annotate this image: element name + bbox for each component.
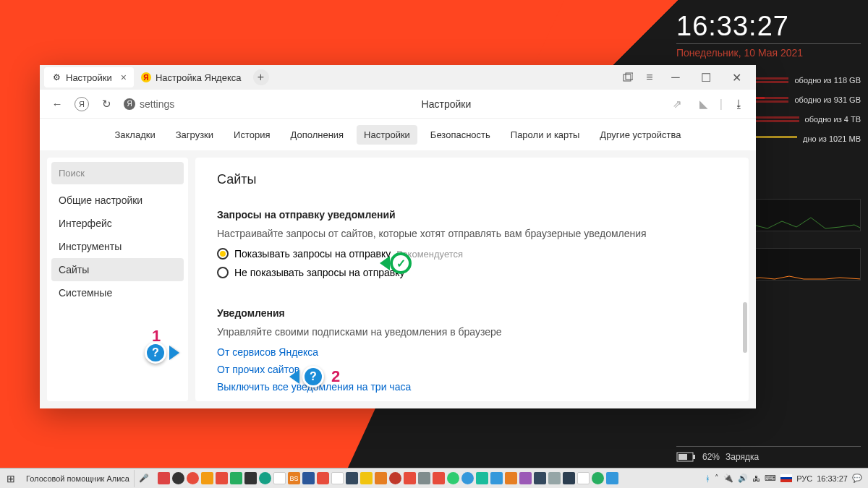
app-icon[interactable] <box>433 472 445 484</box>
bluetooth-icon[interactable]: ᚼ <box>705 474 710 483</box>
tray-time[interactable]: 16:33:27 <box>817 474 848 483</box>
radio-hide-requests[interactable]: Не показывать запросы на отправку <box>217 267 727 278</box>
app-icon[interactable] <box>404 472 416 484</box>
disk-label: ободно из 4 ТВ <box>805 115 861 124</box>
lang-label[interactable]: РУС <box>796 474 812 483</box>
yandex-home-icon[interactable]: Я <box>75 97 89 111</box>
app-icon[interactable] <box>505 472 517 484</box>
annotation-check: ✓ <box>380 252 412 274</box>
app-icon[interactable] <box>201 472 213 484</box>
app-icon[interactable] <box>490 472 503 484</box>
app-icon[interactable] <box>476 472 488 484</box>
app-icon[interactable] <box>158 472 170 484</box>
nav-downloads[interactable]: Загрузки <box>169 125 221 145</box>
action-center-icon[interactable]: 💬 <box>852 474 862 483</box>
disk-label: ободно из 931 GB <box>794 95 861 104</box>
back-button[interactable]: ← <box>47 94 67 114</box>
maximize-button[interactable]: ☐ <box>695 67 717 87</box>
app-icon[interactable]: BS <box>288 472 300 484</box>
app-icon[interactable] <box>592 472 604 484</box>
app-icon[interactable] <box>230 472 242 484</box>
app-icon[interactable] <box>172 472 184 484</box>
app-icon[interactable] <box>244 472 257 484</box>
taskbar[interactable]: ⊞ Голосовой помощник Алиса 🎤 BS <box>0 468 868 488</box>
link-disable-3h[interactable]: Выключить все уведомления на три часа <box>217 381 727 393</box>
address-input[interactable]: Я settings <box>124 98 225 110</box>
app-icon[interactable] <box>346 472 358 484</box>
tray-up-icon[interactable]: ˄ <box>715 474 719 483</box>
app-icon[interactable] <box>259 472 271 484</box>
menu-icon[interactable]: ≡ <box>639 67 660 87</box>
sidebar-search[interactable]: Поиск <box>51 162 184 184</box>
nav-settings[interactable]: Настройки <box>357 125 417 145</box>
tabs-overview-icon[interactable] <box>617 67 639 87</box>
link-other-sites[interactable]: От прочих сайтов <box>217 364 727 375</box>
radio-icon <box>217 267 229 278</box>
bookmark-icon[interactable]: ◣ <box>694 94 714 114</box>
yandex-icon: Я <box>141 72 151 82</box>
nav-security[interactable]: Безопасность <box>423 125 498 145</box>
app-icon[interactable] <box>360 472 373 484</box>
sidebar-item-sites[interactable]: Сайты <box>51 258 184 281</box>
settings-main: Сайты Запросы на отправку уведомлений На… <box>195 158 749 401</box>
scrollbar-thumb[interactable] <box>743 302 747 353</box>
app-icon[interactable] <box>389 472 401 484</box>
sidebar-item-general[interactable]: Общие настройки <box>51 189 184 212</box>
system-tray[interactable]: ᚼ ˄ 🔌 🔊 🖧 ⌨ РУС 16:33:27 💬 <box>699 474 868 483</box>
svg-rect-3 <box>624 74 631 81</box>
app-icon[interactable] <box>302 472 315 484</box>
link-yandex-services[interactable]: От сервисов Яндекса <box>217 346 727 358</box>
app-icon[interactable] <box>375 472 387 484</box>
battery-widget: 62% Зарядка <box>676 446 861 463</box>
close-icon[interactable]: × <box>121 72 127 83</box>
sidebar-item-system[interactable]: Системные <box>51 281 184 304</box>
nav-devices[interactable]: Другие устройства <box>592 125 688 145</box>
flag-icon[interactable] <box>780 474 792 482</box>
keyboard-icon[interactable]: ⌨ <box>765 474 776 483</box>
sidebar-item-interface[interactable]: Интерфейс <box>51 212 184 235</box>
network-icon[interactable]: 🖧 <box>752 474 760 483</box>
minimize-button[interactable]: ─ <box>665 67 686 87</box>
settings-sidebar: Поиск Общие настройки Интерфейс Инструме… <box>47 158 188 401</box>
radio-show-requests[interactable]: Показывать запросы на отправку Рекоменду… <box>217 248 727 260</box>
page-heading: Сайты <box>217 172 727 187</box>
power-icon[interactable]: 🔌 <box>723 474 733 483</box>
start-button[interactable]: ⊞ <box>0 468 22 489</box>
section-title-notifications: Уведомления <box>217 307 727 319</box>
tab-yandex-setup[interactable]: Я Настройка Яндекса <box>134 67 249 87</box>
nav-addons[interactable]: Дополнения <box>283 125 351 145</box>
nav-passwords[interactable]: Пароли и карты <box>503 125 587 145</box>
disk-label: ободно из 118 GB <box>794 76 861 85</box>
app-icon[interactable] <box>563 472 575 484</box>
app-icon[interactable] <box>548 472 561 484</box>
app-icon[interactable] <box>519 472 532 484</box>
app-icon[interactable] <box>606 472 618 484</box>
nav-history[interactable]: История <box>226 125 277 145</box>
mic-icon[interactable]: 🎤 <box>135 474 153 483</box>
address-bar: ← Я ↻ Я settings Настройки ⇗ ◣ | ⭳ <box>40 90 756 119</box>
app-icon[interactable] <box>577 472 590 484</box>
new-tab-button[interactable]: + <box>253 69 269 85</box>
taskbar-assistant[interactable]: Голосовой помощник Алиса <box>22 470 135 487</box>
section-desc: Управляйте своими подписками на уведомле… <box>217 326 727 338</box>
reload-button[interactable]: ↻ <box>96 94 116 114</box>
app-icon[interactable] <box>331 472 344 484</box>
volume-icon[interactable]: 🔊 <box>738 474 748 483</box>
app-icon[interactable] <box>418 472 430 484</box>
app-icon[interactable] <box>216 472 228 484</box>
app-icon[interactable] <box>273 472 286 484</box>
svg-rect-2 <box>678 454 687 460</box>
close-button[interactable]: ✕ <box>726 67 747 87</box>
app-icon[interactable] <box>447 472 459 484</box>
tab-settings[interactable]: ⚙ Настройки × <box>44 67 134 87</box>
app-icon[interactable] <box>461 472 474 484</box>
app-icon[interactable] <box>534 472 546 484</box>
radio-icon <box>217 248 229 260</box>
clock-time: 16:33:27 <box>676 11 861 42</box>
app-icon[interactable] <box>187 472 199 484</box>
download-icon[interactable]: ⭳ <box>728 94 749 114</box>
app-icon[interactable] <box>317 472 329 484</box>
nav-bookmarks[interactable]: Закладки <box>107 125 162 145</box>
rocket-icon[interactable]: ⇗ <box>668 94 688 114</box>
sidebar-item-tools[interactable]: Инструменты <box>51 235 184 258</box>
